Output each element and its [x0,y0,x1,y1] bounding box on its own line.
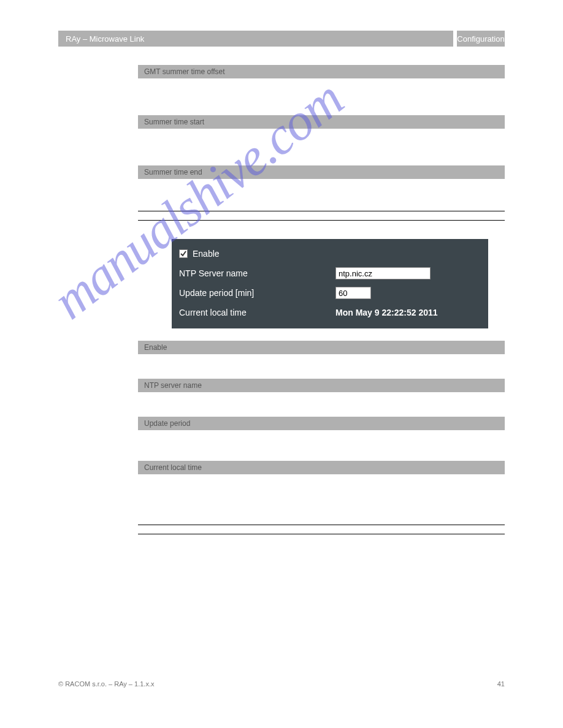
table-date-time [138,525,505,534]
checkmark-icon [180,250,187,257]
ntp-server-label: NTP Server name [179,268,335,278]
field-row-gmt-offset: GMT summer time offset [138,65,505,78]
field-row-update-period: Update period [138,417,505,430]
update-period-label: Update period [min] [179,288,335,298]
field-row-summer-start: Summer time start [138,115,505,129]
field-row-ntp-server: NTP server name [138,379,505,392]
page-header: RAy – Microwave Link Configuration [58,31,505,47]
ntp-config-panel: Enable NTP Server name Update period [mi… [172,239,488,328]
field-row-current-time: Current local time [138,461,505,474]
enable-label: Enable [193,249,220,259]
table-ntp [138,211,505,221]
footer-page-number: 41 [497,680,505,688]
update-period-input[interactable] [335,287,371,299]
ntp-server-input[interactable] [335,267,431,279]
field-row-enable: Enable [138,341,505,354]
field-row-summer-end: Summer time end [138,165,505,179]
current-time-label: Current local time [179,308,335,317]
current-time-value: Mon May 9 22:22:52 2011 [335,308,481,317]
enable-checkbox[interactable] [179,249,188,258]
footer-left: © RACOM s.r.o. – RAy – 1.1.x.x [58,680,154,688]
header-section: Configuration [457,31,505,47]
header-title: RAy – Microwave Link [58,31,453,47]
page-footer: © RACOM s.r.o. – RAy – 1.1.x.x 41 [58,680,505,688]
